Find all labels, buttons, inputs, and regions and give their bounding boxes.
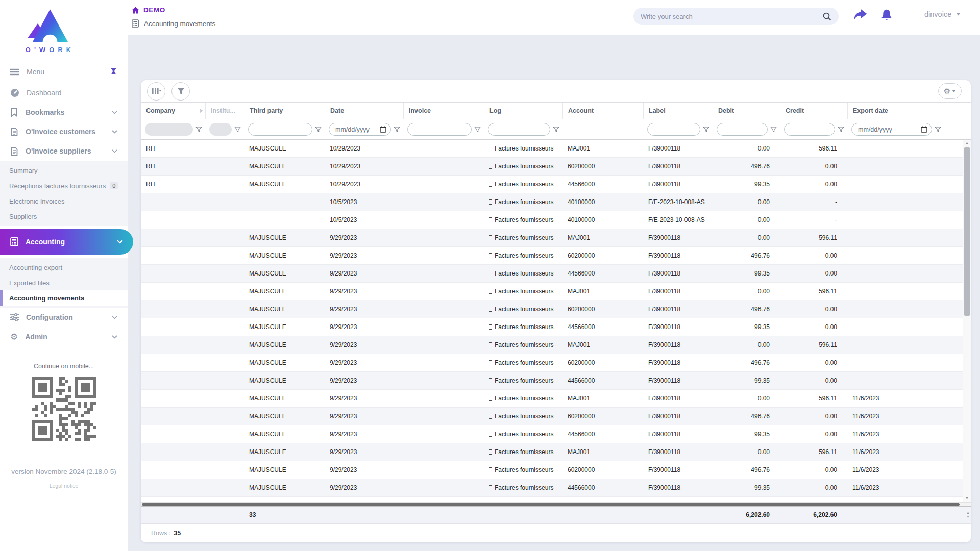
funnel-icon[interactable] bbox=[838, 127, 844, 133]
table-row[interactable]: MAJUSCULE9/29/2023Factures fournisseursM… bbox=[141, 443, 963, 461]
sidebar-item-receptions[interactable]: Réceptions factures fournisseurs0 bbox=[0, 178, 128, 193]
totals-scroll-arrows[interactable]: ▲▼ bbox=[966, 511, 970, 519]
table-row[interactable]: MAJUSCULE9/29/2023Factures fournisseurs4… bbox=[141, 479, 963, 497]
search-icon[interactable] bbox=[823, 12, 831, 21]
scroll-up-arrow[interactable]: ▲ bbox=[963, 140, 971, 147]
table-row[interactable]: MAJUSCULE9/29/2023Factures fournisseurs4… bbox=[141, 265, 963, 283]
accounting-movements-card: ⚙ Company Institu... Third party Date In… bbox=[141, 80, 971, 542]
table-row[interactable]: 10/5/2023Factures fournisseurs40100000F/… bbox=[141, 193, 963, 211]
horizontal-scrollbar[interactable] bbox=[141, 502, 971, 506]
table-row[interactable]: MAJUSCULE9/29/2023Factures fournisseurs6… bbox=[141, 354, 963, 372]
column-header-date[interactable]: Date bbox=[325, 103, 403, 119]
table-row[interactable]: MAJUSCULE9/29/2023Factures fournisseursM… bbox=[141, 229, 963, 247]
table-row[interactable]: MAJUSCULE9/29/2023Factures fournisseurs6… bbox=[141, 247, 963, 265]
filter-button[interactable] bbox=[172, 82, 190, 101]
sidebar-item-oinvoice-suppliers[interactable]: O'Invoice suppliers bbox=[0, 141, 128, 161]
date-filter-input[interactable]: mm/dd/yyyy bbox=[329, 123, 391, 136]
funnel-icon[interactable] bbox=[553, 127, 559, 133]
sidebar-item-accounting[interactable]: Accounting bbox=[0, 229, 133, 255]
table-row[interactable]: RHMAJUSCULE10/29/2023Factures fournisseu… bbox=[141, 176, 963, 193]
sidebar-item-suppliers[interactable]: Suppliers bbox=[0, 209, 128, 224]
funnel-icon[interactable] bbox=[474, 127, 481, 133]
scroll-down-arrow[interactable]: ▼ bbox=[963, 495, 971, 502]
funnel-icon[interactable] bbox=[394, 127, 400, 133]
share-icon[interactable] bbox=[853, 9, 867, 21]
calendar-icon[interactable] bbox=[921, 126, 927, 133]
cell-date: 9/29/2023 bbox=[325, 288, 403, 295]
column-header-export-date[interactable]: Export date bbox=[847, 103, 963, 119]
column-header-debit[interactable]: Debit bbox=[713, 103, 780, 119]
funnel-icon[interactable] bbox=[935, 127, 941, 133]
table-row[interactable]: MAJUSCULE9/29/2023Factures fournisseurs6… bbox=[141, 461, 963, 479]
table-row[interactable]: MAJUSCULE9/29/2023Factures fournisseurs6… bbox=[141, 300, 963, 318]
column-header-log[interactable]: Log bbox=[484, 103, 562, 119]
cell-date: 10/29/2023 bbox=[325, 145, 403, 152]
invoice-file-icon bbox=[10, 147, 18, 156]
scrollbar-thumb[interactable] bbox=[964, 147, 970, 316]
sidebar-item-accounting-movements[interactable]: Accounting movements bbox=[0, 290, 128, 306]
table-row[interactable]: MAJUSCULE9/29/2023Factures fournisseursM… bbox=[141, 336, 963, 354]
export-date-filter-input[interactable]: mm/dd/yyyy bbox=[851, 123, 932, 136]
table-row[interactable]: MAJUSCULE9/29/2023Factures fournisseurs4… bbox=[141, 372, 963, 390]
sidebar-item-bookmarks[interactable]: Bookmarks bbox=[0, 103, 128, 122]
pin-icon[interactable] bbox=[110, 68, 117, 76]
sidebar-item-dashboard[interactable]: Dashboard bbox=[0, 83, 128, 103]
search-input[interactable] bbox=[641, 13, 823, 20]
table-row[interactable]: MAJUSCULE9/29/2023Factures fournisseurs4… bbox=[141, 318, 963, 336]
invoice-filter-input[interactable] bbox=[407, 123, 472, 136]
third-party-filter-input[interactable] bbox=[248, 123, 312, 136]
column-header-institution[interactable]: Institu... bbox=[205, 103, 244, 119]
sidebar-item-admin[interactable]: ⚙ Admin bbox=[0, 327, 128, 346]
column-header-invoice[interactable]: Invoice bbox=[403, 103, 484, 119]
legal-notice-link[interactable]: Legal notice bbox=[0, 483, 128, 489]
column-group-expand-icon[interactable] bbox=[200, 108, 203, 113]
sidebar-item-oinvoice-customers[interactable]: O'Invoice customers bbox=[0, 122, 128, 141]
horizontal-scrollbar-thumb[interactable] bbox=[142, 503, 960, 506]
cell-account: 60200000 bbox=[562, 306, 643, 313]
sidebar-item-electronic-invoices[interactable]: Electronic Invoices bbox=[0, 193, 128, 209]
label-filter-input[interactable] bbox=[647, 123, 700, 136]
credit-filter-input[interactable] bbox=[784, 123, 835, 136]
sidebar-item-summary[interactable]: Summary bbox=[0, 163, 128, 178]
column-header-credit[interactable]: Credit bbox=[780, 103, 847, 119]
funnel-icon[interactable] bbox=[703, 127, 709, 133]
table-row[interactable]: MAJUSCULE9/29/2023Factures fournisseurs6… bbox=[141, 408, 963, 425]
chevron-down-icon bbox=[112, 316, 117, 319]
funnel-icon[interactable] bbox=[195, 127, 202, 133]
sidebar-item-accounting-export[interactable]: Accounting export bbox=[0, 260, 128, 275]
table-row[interactable]: MAJUSCULE9/29/2023Factures fournisseurs4… bbox=[141, 425, 963, 443]
table-row[interactable]: RHMAJUSCULE10/29/2023Factures fournisseu… bbox=[141, 158, 963, 176]
column-header-company[interactable]: Company bbox=[141, 103, 205, 119]
table-row[interactable]: 10/5/2023Factures fournisseurs40100000F/… bbox=[141, 211, 963, 229]
log-filter-input[interactable] bbox=[488, 123, 550, 136]
calendar-icon[interactable] bbox=[380, 126, 386, 133]
debit-filter-input[interactable] bbox=[717, 123, 768, 136]
column-header-third-party[interactable]: Third party bbox=[244, 103, 325, 119]
cell-date: 9/29/2023 bbox=[325, 323, 403, 331]
breadcrumb[interactable]: DEMO bbox=[132, 6, 165, 14]
funnel-icon[interactable] bbox=[315, 127, 322, 133]
table-row[interactable]: MAJUSCULE9/29/2023Factures fournisseursM… bbox=[141, 283, 963, 300]
cell-debit: 99.35 bbox=[713, 484, 780, 491]
table-row[interactable]: MAJUSCULE9/29/2023Factures fournisseursM… bbox=[141, 390, 963, 408]
columns-button[interactable] bbox=[147, 82, 165, 101]
vertical-scrollbar[interactable]: ▲ ▼ bbox=[963, 140, 971, 502]
sidebar-item-exported-files[interactable]: Exported files bbox=[0, 275, 128, 290]
funnel-icon[interactable] bbox=[234, 127, 241, 133]
cell-account: MAJ001 bbox=[562, 395, 643, 402]
funnel-icon[interactable] bbox=[770, 127, 777, 133]
cell-credit: 0.00 bbox=[780, 163, 847, 170]
table-row[interactable]: MAJUSCULE9/29/2023Factures fournisseursM… bbox=[141, 497, 963, 502]
version-text: version Novembre 2024 (2.18.0-5) bbox=[0, 468, 128, 475]
sidebar-item-configuration[interactable]: Configuration bbox=[0, 308, 128, 327]
table-header-row: Company Institu... Third party Date Invo… bbox=[141, 103, 971, 119]
notifications-bell-icon[interactable] bbox=[880, 9, 893, 21]
column-header-account[interactable]: Account bbox=[562, 103, 643, 119]
count-badge: 0 bbox=[110, 182, 118, 189]
column-header-label[interactable]: Label bbox=[643, 103, 713, 119]
cell-debit: 496.76 bbox=[713, 413, 780, 420]
user-menu[interactable]: dinvoice bbox=[924, 10, 961, 18]
table-row[interactable]: RHMAJUSCULE10/29/2023Factures fournisseu… bbox=[141, 140, 963, 158]
grid-settings-button[interactable]: ⚙ bbox=[938, 83, 962, 99]
sidebar-menu-toggle[interactable]: Menu bbox=[0, 61, 128, 83]
